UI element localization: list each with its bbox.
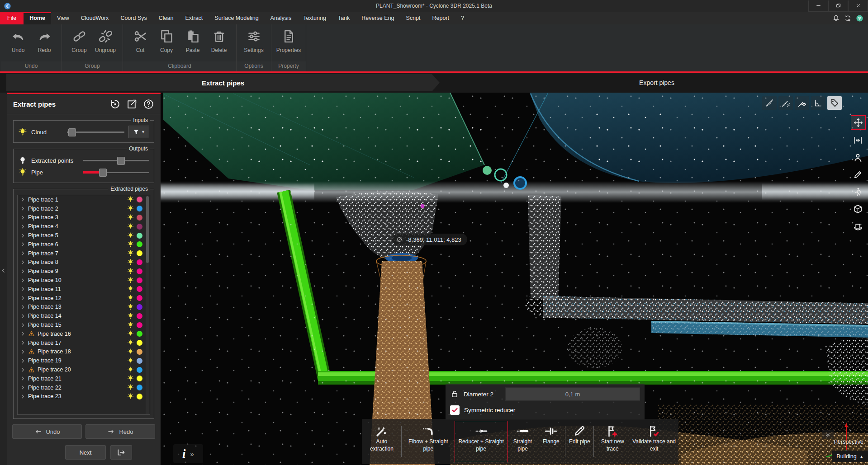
bulb-on-icon[interactable] [127,348,134,355]
bulb-on-icon[interactable] [127,384,134,391]
trace-color-swatch[interactable] [137,233,142,239]
bulb-on-icon[interactable] [18,168,27,177]
trace-color-swatch[interactable] [137,206,142,211]
pipe-trace-row[interactable]: Pipe trace 19 [18,356,150,365]
pipe-trace-row[interactable]: Pipe trace 12 [18,294,150,303]
trace-color-swatch[interactable] [137,385,142,390]
menu-item-cloudworx[interactable]: CloudWorx [75,12,115,24]
trace-color-swatch[interactable] [137,340,142,346]
trace-color-swatch[interactable] [137,313,142,319]
flange-button[interactable]: Flange [537,421,564,462]
measure-angle-button[interactable] [811,96,825,110]
group-button[interactable]: Group [66,29,92,53]
menu-item-reverse-eng[interactable]: Reverse Eng [356,12,400,24]
pipe-trace-row[interactable]: Pipe trace 4 [18,222,150,231]
bulb-on-icon[interactable] [127,313,134,319]
settings-button[interactable]: Settings [241,29,266,53]
chevron-right-icon[interactable] [20,215,25,220]
chevron-right-icon[interactable] [20,367,25,372]
chevron-right-icon[interactable] [20,340,25,345]
bulb-on-icon[interactable] [127,366,134,373]
toolbar-collapse-button[interactable] [822,430,834,439]
chevron-right-icon[interactable] [20,331,25,336]
workflow-tab-extract-pipes[interactable]: Extract pipes [6,74,440,91]
delete-button[interactable]: Delete [206,29,232,53]
help-icon[interactable] [143,99,154,110]
trace-color-swatch[interactable] [137,295,142,301]
paste-button[interactable]: Paste [180,29,205,53]
chevron-right-icon[interactable] [20,314,25,319]
trace-color-swatch[interactable] [137,394,142,399]
trace-color-swatch[interactable] [137,241,142,247]
bulb-on-icon[interactable] [127,393,134,400]
menu-item-script[interactable]: Script [400,12,427,24]
pipe-trace-row[interactable]: Pipe trace 18 [18,348,150,357]
bulb-on-icon[interactable] [127,322,134,329]
chevron-right-icon[interactable] [20,349,25,354]
chevron-right-icon[interactable] [20,242,25,247]
chevron-right-icon[interactable] [20,385,25,390]
trace-color-swatch[interactable] [137,197,142,202]
properties-button[interactable]: Properties [276,29,301,53]
trace-color-swatch[interactable] [137,331,142,337]
symmetric-reducer-checkbox[interactable] [450,405,460,415]
bulb-off-icon[interactable] [18,156,27,165]
trace-color-swatch[interactable] [137,215,142,221]
pipe-trace-row[interactable]: Pipe trace 11 [18,285,150,294]
trace-color-swatch[interactable] [137,367,142,373]
menu-item-report[interactable]: Report [427,12,455,24]
menu-item-item[interactable]: ? [455,12,470,24]
undo-button[interactable]: Undo [5,29,31,53]
bell-icon[interactable] [832,14,840,22]
menu-item-analysis[interactable]: Analysis [265,12,298,24]
chevron-right-icon[interactable] [20,296,25,301]
menu-item-surface-modeling[interactable]: Surface Modeling [209,12,264,24]
trace-color-swatch[interactable] [137,286,142,292]
chevron-right-icon[interactable] [20,224,25,229]
chevron-right-icon[interactable] [20,206,25,211]
menu-item-view[interactable]: View [51,12,75,24]
menu-item-file[interactable]: File [0,12,24,24]
trace-color-swatch[interactable] [137,224,142,230]
trace-color-swatch[interactable] [137,259,142,265]
bulb-on-icon[interactable] [127,232,134,239]
trace-color-swatch[interactable] [137,349,142,355]
trace-color-swatch[interactable] [137,304,142,310]
bulb-on-icon[interactable] [127,250,134,257]
collapse-panel-icon[interactable] [0,266,6,275]
edit-pipe-button[interactable]: Edit pipe [566,421,593,462]
chevron-right-icon[interactable] [20,260,25,265]
offline-badge-icon[interactable] [856,14,863,22]
elbow-straight-pipe-button[interactable]: Elbow + Straight pipe [402,421,455,462]
observer-button[interactable] [851,150,865,164]
pipe-trace-row[interactable]: Pipe trace 13 [18,303,150,312]
next-button[interactable]: Next [65,445,106,460]
extracted-points-slider[interactable] [83,156,149,164]
pipe-trace-row[interactable]: Pipe trace 10 [18,276,150,285]
reset-icon[interactable] [109,99,121,110]
info-button[interactable]: i » [173,444,203,463]
auto-extraction-button[interactable]: Auto extraction [363,421,401,462]
pipe-trace-row[interactable]: Pipe trace 9 [18,267,150,276]
menu-item-home[interactable]: Home [24,12,51,24]
isometric-view-button[interactable] [851,202,865,216]
walkthrough-button[interactable] [851,185,865,198]
share-icon[interactable] [126,99,138,110]
minimize-button[interactable] [808,0,828,12]
cut-button[interactable]: Cut [128,29,153,53]
pipe-trace-row[interactable]: Pipe trace 5 [18,231,150,240]
bulb-on-icon[interactable] [127,330,134,337]
viewport-3d[interactable]: -8,369; 11,011; 4,823 Diameter 2 Symmetr… [161,93,868,465]
close-button[interactable] [848,0,868,12]
pipe-trace-row[interactable]: Pipe trace 3 [18,213,150,222]
bulb-on-icon[interactable] [127,295,134,301]
bulb-on-icon[interactable] [127,259,134,266]
pipe-trace-row[interactable]: Pipe trace 8 [18,258,150,267]
chevron-right-icon[interactable] [20,197,25,202]
bulb-on-icon[interactable] [127,223,134,230]
bulb-on-icon[interactable] [127,339,134,346]
undo-button[interactable]: Undo [12,424,82,439]
chevron-right-icon[interactable] [20,323,25,328]
validate-trace-and-exit-button[interactable]: Validate trace and exit [631,421,678,462]
bulb-on-icon[interactable] [127,214,134,221]
